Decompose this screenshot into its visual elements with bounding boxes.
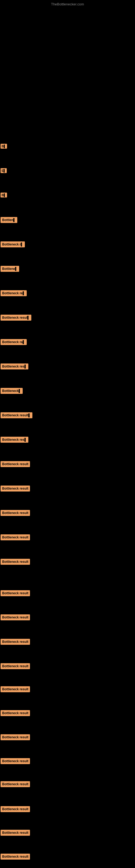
bottleneck-result-label: Bottleneck res▌: [1, 437, 28, 443]
bottleneck-result-label: Bottleneck result: [1, 854, 30, 860]
bottleneck-result-label: Bottleneck result: [1, 486, 30, 492]
bottleneck-result-label: Bottleneck result: [1, 590, 30, 596]
bottleneck-result-label: Bottleneck result: [1, 559, 30, 565]
bottleneck-result-label: Bottleneck result: [1, 461, 30, 467]
bottleneck-result-label: Bottleneck result: [1, 830, 30, 836]
bottleneck-result-label: Bottlen▌: [1, 217, 17, 223]
bottleneck-result-label: B▌: [1, 144, 7, 149]
bottleneck-result-label: Bottleneck result: [1, 639, 30, 645]
bottleneck-result-label: Bottleneck result: [1, 781, 30, 787]
bottleneck-result-label: Bottleneck result: [1, 758, 30, 764]
bottleneck-result-label: Bottleneck ra▌: [1, 339, 27, 345]
site-title: TheBottlenecker.com: [51, 2, 84, 6]
bottleneck-result-label: Bottleneck res▌: [1, 364, 28, 369]
bottleneck-result-label: Bottleneck result: [1, 710, 30, 716]
bottleneck-result-label: B▌: [1, 193, 7, 197]
bottleneck-result-label: Bottleneck re▌: [1, 290, 27, 296]
bottleneck-result-label: Bottleneck▌: [1, 388, 23, 394]
bottleneck-result-label: Bottleneck result: [1, 534, 30, 540]
bottleneck-result-label: Bottleneck result: [1, 663, 30, 669]
bottleneck-result-label: Bottleneck result▌: [1, 412, 32, 418]
bottleneck-result-label: Bottleneck result: [1, 510, 30, 516]
bottleneck-result-label: Bottleneck result: [1, 686, 30, 692]
bottleneck-result-label: Bottleneck result: [1, 806, 30, 812]
bottleneck-result-label: Bottleneck resul▌: [1, 315, 31, 321]
bottleneck-result-label: E▌: [1, 168, 7, 173]
bottleneck-result-label: Bottleneck r▌: [1, 241, 25, 247]
bottleneck-result-label: Bottlene▌: [1, 266, 19, 272]
bottleneck-result-label: Bottleneck result: [1, 734, 30, 740]
bottleneck-result-label: Bottleneck result: [1, 614, 30, 620]
